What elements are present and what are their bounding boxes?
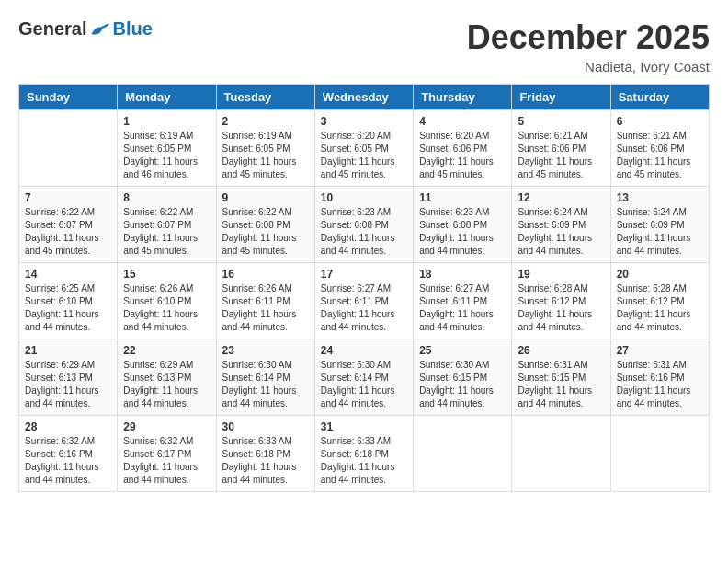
day-info: Sunrise: 6:22 AM Sunset: 6:07 PM Dayligh…: [123, 206, 210, 258]
weekday-header-saturday: Saturday: [610, 85, 709, 110]
day-cell: 30Sunrise: 6:33 AM Sunset: 6:18 PM Dayli…: [216, 416, 314, 492]
day-cell: 13Sunrise: 6:24 AM Sunset: 6:09 PM Dayli…: [610, 187, 709, 263]
day-info: Sunrise: 6:30 AM Sunset: 6:14 PM Dayligh…: [222, 359, 309, 410]
day-info: Sunrise: 6:19 AM Sunset: 6:05 PM Dayligh…: [222, 130, 309, 181]
day-cell: 24Sunrise: 6:30 AM Sunset: 6:14 PM Dayli…: [314, 339, 413, 416]
logo-bird-icon: [90, 21, 110, 38]
day-cell: 19Sunrise: 6:28 AM Sunset: 6:12 PM Dayli…: [512, 263, 610, 339]
day-cell: 26Sunrise: 6:31 AM Sunset: 6:15 PM Dayli…: [512, 339, 610, 416]
day-number: 22: [123, 344, 210, 357]
day-number: 5: [518, 115, 604, 128]
day-number: 15: [123, 268, 210, 281]
week-row-4: 21Sunrise: 6:29 AM Sunset: 6:13 PM Dayli…: [19, 339, 710, 416]
day-cell: [19, 110, 118, 187]
day-cell: 29Sunrise: 6:32 AM Sunset: 6:17 PM Dayli…: [118, 416, 216, 492]
day-cell: 2Sunrise: 6:19 AM Sunset: 6:05 PM Daylig…: [216, 110, 314, 187]
day-info: Sunrise: 6:28 AM Sunset: 6:12 PM Dayligh…: [617, 282, 703, 334]
weekday-header-wednesday: Wednesday: [314, 85, 413, 110]
day-info: Sunrise: 6:24 AM Sunset: 6:09 PM Dayligh…: [617, 206, 703, 258]
logo: General Blue: [18, 18, 153, 40]
day-number: 2: [222, 115, 309, 128]
day-cell: [512, 416, 610, 492]
day-info: Sunrise: 6:22 AM Sunset: 6:08 PM Dayligh…: [222, 206, 309, 258]
day-number: 28: [25, 420, 111, 433]
day-info: Sunrise: 6:30 AM Sunset: 6:14 PM Dayligh…: [321, 359, 407, 410]
day-info: Sunrise: 6:20 AM Sunset: 6:06 PM Dayligh…: [419, 130, 506, 181]
day-cell: 16Sunrise: 6:26 AM Sunset: 6:11 PM Dayli…: [216, 263, 314, 339]
day-number: 21: [25, 344, 111, 357]
day-info: Sunrise: 6:23 AM Sunset: 6:08 PM Dayligh…: [321, 206, 407, 258]
day-cell: 11Sunrise: 6:23 AM Sunset: 6:08 PM Dayli…: [414, 187, 512, 263]
day-number: 4: [419, 115, 506, 128]
day-info: Sunrise: 6:32 AM Sunset: 6:16 PM Dayligh…: [25, 435, 111, 487]
day-number: 26: [518, 344, 604, 357]
day-info: Sunrise: 6:20 AM Sunset: 6:05 PM Dayligh…: [321, 130, 407, 181]
day-info: Sunrise: 6:26 AM Sunset: 6:11 PM Dayligh…: [222, 282, 309, 334]
day-cell: 14Sunrise: 6:25 AM Sunset: 6:10 PM Dayli…: [19, 263, 118, 339]
day-cell: 6Sunrise: 6:21 AM Sunset: 6:06 PM Daylig…: [610, 110, 709, 187]
day-number: 12: [518, 191, 604, 204]
day-info: Sunrise: 6:27 AM Sunset: 6:11 PM Dayligh…: [321, 282, 407, 334]
day-cell: 25Sunrise: 6:30 AM Sunset: 6:15 PM Dayli…: [414, 339, 512, 416]
logo-general-text: General: [18, 18, 86, 40]
day-number: 13: [617, 191, 703, 204]
day-cell: 27Sunrise: 6:31 AM Sunset: 6:16 PM Dayli…: [610, 339, 709, 416]
day-number: 10: [321, 191, 407, 204]
day-cell: 15Sunrise: 6:26 AM Sunset: 6:10 PM Dayli…: [118, 263, 216, 339]
day-number: 6: [617, 115, 703, 128]
day-info: Sunrise: 6:21 AM Sunset: 6:06 PM Dayligh…: [617, 130, 703, 181]
day-cell: 12Sunrise: 6:24 AM Sunset: 6:09 PM Dayli…: [512, 187, 610, 263]
day-number: 31: [321, 420, 407, 433]
day-cell: 17Sunrise: 6:27 AM Sunset: 6:11 PM Dayli…: [314, 263, 413, 339]
day-cell: 4Sunrise: 6:20 AM Sunset: 6:06 PM Daylig…: [414, 110, 512, 187]
day-info: Sunrise: 6:33 AM Sunset: 6:18 PM Dayligh…: [321, 435, 407, 487]
day-number: 29: [123, 420, 210, 433]
day-number: 8: [123, 191, 210, 204]
day-number: 11: [419, 191, 506, 204]
week-row-1: 1Sunrise: 6:19 AM Sunset: 6:05 PM Daylig…: [19, 110, 710, 187]
day-number: 25: [419, 344, 506, 357]
day-cell: 7Sunrise: 6:22 AM Sunset: 6:07 PM Daylig…: [19, 187, 118, 263]
day-number: 1: [123, 115, 210, 128]
day-cell: 5Sunrise: 6:21 AM Sunset: 6:06 PM Daylig…: [512, 110, 610, 187]
day-cell: [414, 416, 512, 492]
day-info: Sunrise: 6:22 AM Sunset: 6:07 PM Dayligh…: [25, 206, 111, 258]
day-info: Sunrise: 6:19 AM Sunset: 6:05 PM Dayligh…: [123, 130, 210, 181]
logo-blue-text: Blue: [112, 18, 152, 40]
day-info: Sunrise: 6:32 AM Sunset: 6:17 PM Dayligh…: [123, 435, 210, 487]
day-info: Sunrise: 6:23 AM Sunset: 6:08 PM Dayligh…: [419, 206, 506, 258]
day-info: Sunrise: 6:26 AM Sunset: 6:10 PM Dayligh…: [123, 282, 210, 334]
month-title: December 2025: [467, 18, 710, 57]
calendar-table: SundayMondayTuesdayWednesdayThursdayFrid…: [18, 84, 710, 492]
day-cell: 9Sunrise: 6:22 AM Sunset: 6:08 PM Daylig…: [216, 187, 314, 263]
day-cell: 8Sunrise: 6:22 AM Sunset: 6:07 PM Daylig…: [118, 187, 216, 263]
day-number: 9: [222, 191, 309, 204]
day-info: Sunrise: 6:24 AM Sunset: 6:09 PM Dayligh…: [518, 206, 604, 258]
day-cell: 21Sunrise: 6:29 AM Sunset: 6:13 PM Dayli…: [19, 339, 118, 416]
weekday-header-thursday: Thursday: [414, 85, 512, 110]
page-header: General Blue December 2025 Nadieta, Ivor…: [18, 18, 710, 75]
day-cell: 10Sunrise: 6:23 AM Sunset: 6:08 PM Dayli…: [314, 187, 413, 263]
weekday-header-sunday: Sunday: [19, 85, 118, 110]
weekday-header-friday: Friday: [512, 85, 610, 110]
weekday-header-tuesday: Tuesday: [216, 85, 314, 110]
day-cell: [610, 416, 709, 492]
day-cell: 22Sunrise: 6:29 AM Sunset: 6:13 PM Dayli…: [118, 339, 216, 416]
day-number: 14: [25, 268, 111, 281]
day-number: 23: [222, 344, 309, 357]
day-number: 7: [25, 191, 111, 204]
day-info: Sunrise: 6:33 AM Sunset: 6:18 PM Dayligh…: [222, 435, 309, 487]
location-title: Nadieta, Ivory Coast: [467, 59, 710, 75]
day-cell: 1Sunrise: 6:19 AM Sunset: 6:05 PM Daylig…: [118, 110, 216, 187]
day-info: Sunrise: 6:21 AM Sunset: 6:06 PM Dayligh…: [518, 130, 604, 181]
day-info: Sunrise: 6:31 AM Sunset: 6:16 PM Dayligh…: [617, 359, 703, 410]
week-row-5: 28Sunrise: 6:32 AM Sunset: 6:16 PM Dayli…: [19, 416, 710, 492]
day-number: 20: [617, 268, 703, 281]
day-number: 17: [321, 268, 407, 281]
day-info: Sunrise: 6:30 AM Sunset: 6:15 PM Dayligh…: [419, 359, 506, 410]
day-info: Sunrise: 6:31 AM Sunset: 6:15 PM Dayligh…: [518, 359, 604, 410]
day-cell: 31Sunrise: 6:33 AM Sunset: 6:18 PM Dayli…: [314, 416, 413, 492]
day-info: Sunrise: 6:27 AM Sunset: 6:11 PM Dayligh…: [419, 282, 506, 334]
day-cell: 18Sunrise: 6:27 AM Sunset: 6:11 PM Dayli…: [414, 263, 512, 339]
week-row-3: 14Sunrise: 6:25 AM Sunset: 6:10 PM Dayli…: [19, 263, 710, 339]
